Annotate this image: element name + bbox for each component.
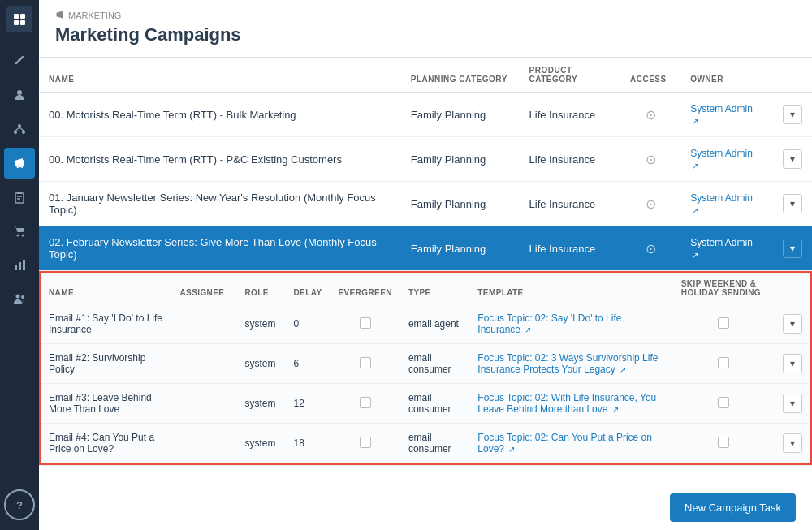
external-icon-2: ↗ bbox=[692, 162, 698, 170]
sub-col-role: ROLE bbox=[236, 273, 285, 304]
dropdown-btn-3[interactable]: ▾ bbox=[783, 194, 802, 213]
access-icon-3: ⊙ bbox=[646, 197, 656, 211]
task-row-4[interactable]: Email #4: Can You Put a Price on Love? s… bbox=[41, 424, 810, 463]
dropdown-btn-4[interactable]: ▾ bbox=[783, 239, 802, 258]
product-4: Life Insurance bbox=[520, 226, 620, 271]
external-icon-3: ↗ bbox=[692, 206, 698, 215]
subtable-row: NAME ASSIGNEE ROLE DELAY EVERGREEN TYPE … bbox=[39, 271, 812, 466]
action-4: ▾ bbox=[773, 226, 812, 271]
evergreen-checkbox-3[interactable] bbox=[360, 397, 371, 408]
task-dropdown-4[interactable]: ▾ bbox=[783, 433, 802, 453]
page-footer: New Campaign Task bbox=[39, 485, 812, 530]
skip-checkbox-1[interactable] bbox=[718, 317, 729, 329]
task-template-1: Focus Topic: 02: Say 'I Do' to Life Insu… bbox=[469, 304, 672, 344]
owner-link-2[interactable]: System Admin ↗ bbox=[690, 148, 753, 171]
svg-point-6 bbox=[14, 131, 17, 134]
new-campaign-task-button[interactable]: New Campaign Task bbox=[670, 493, 796, 522]
col-product: PRODUCT CATEGORY bbox=[520, 58, 620, 93]
sidebar-item-edit[interactable] bbox=[4, 45, 35, 76]
sidebar-item-marketing[interactable] bbox=[4, 148, 35, 179]
skip-checkbox-4[interactable] bbox=[718, 437, 729, 448]
dropdown-btn-2[interactable]: ▾ bbox=[783, 149, 802, 169]
campaign-row-3[interactable]: 01. January Newsletter Series: New Year'… bbox=[39, 182, 812, 226]
owner-link-4[interactable]: System Admin ↗ bbox=[690, 237, 753, 261]
sidebar-item-chart[interactable] bbox=[4, 250, 35, 281]
task-dropdown-1[interactable]: ▾ bbox=[783, 314, 802, 334]
template-link-4[interactable]: Focus Topic: 02: Can You Put a Price on … bbox=[477, 432, 652, 455]
svg-rect-18 bbox=[19, 262, 21, 270]
evergreen-checkbox-2[interactable] bbox=[360, 357, 371, 368]
campaign-row-2[interactable]: 00. Motorists Real-Time Term (RTT) - P&C… bbox=[39, 137, 812, 182]
task-row-1[interactable]: Email #1: Say 'I Do' to Life Insurance s… bbox=[41, 304, 810, 344]
sub-col-template: TEMPLATE bbox=[469, 273, 672, 304]
tasks-subtable-container: NAME ASSIGNEE ROLE DELAY EVERGREEN TYPE … bbox=[39, 271, 812, 465]
template-link-2[interactable]: Focus Topic: 02: 3 Ways Survivorship Lif… bbox=[477, 352, 658, 375]
campaign-row-4[interactable]: 02. February Newsletter Series: Give Mor… bbox=[39, 226, 812, 271]
svg-rect-1 bbox=[20, 14, 25, 19]
task-name-2: Email #2: Survivorship Policy bbox=[41, 344, 171, 384]
task-role-1: system bbox=[236, 304, 285, 344]
external-icon-4: ↗ bbox=[692, 251, 698, 260]
owner-link-3[interactable]: System Admin ↗ bbox=[690, 192, 753, 216]
task-assignee-3 bbox=[171, 384, 236, 424]
task-template-3: Focus Topic: 02: With Life Insurance, Yo… bbox=[469, 384, 672, 424]
dropdown-btn-1[interactable]: ▾ bbox=[783, 105, 802, 124]
sidebar-logo[interactable] bbox=[6, 6, 32, 32]
svg-point-20 bbox=[16, 295, 20, 299]
campaign-row-1[interactable]: 00. Motorists Real-Time Term (RTT) - Bul… bbox=[39, 93, 812, 137]
planning-4: Family Planning bbox=[401, 226, 520, 271]
task-evergreen-3 bbox=[330, 384, 400, 424]
task-skip-4 bbox=[673, 424, 775, 463]
col-name: NAME bbox=[39, 58, 401, 93]
task-delay-2: 6 bbox=[285, 344, 330, 384]
svg-point-16 bbox=[22, 235, 24, 237]
planning-3: Family Planning bbox=[401, 182, 520, 226]
page-header: MARKETING Marketing Campaigns bbox=[39, 0, 812, 58]
task-delay-1: 0 bbox=[285, 304, 330, 344]
task-evergreen-1 bbox=[330, 304, 400, 344]
template-link-1[interactable]: Focus Topic: 02: Say 'I Do' to Life Insu… bbox=[477, 312, 621, 335]
svg-rect-3 bbox=[20, 20, 25, 25]
product-1: Life Insurance bbox=[520, 93, 620, 137]
access-icon-2: ⊙ bbox=[646, 153, 656, 166]
template-ext-1: ↗ bbox=[525, 325, 531, 334]
main-content: MARKETING Marketing Campaigns NAME PLANN… bbox=[39, 0, 812, 530]
task-type-2: email consumer bbox=[400, 344, 469, 384]
owner-1: System Admin ↗ bbox=[680, 93, 773, 137]
task-dropdown-3[interactable]: ▾ bbox=[783, 394, 802, 413]
task-name-3: Email #3: Leave Behind More Than Love bbox=[41, 384, 171, 424]
campaign-name-1: 00. Motorists Real-Time Term (RTT) - Bul… bbox=[39, 93, 401, 137]
task-dropdown-2[interactable]: ▾ bbox=[783, 354, 802, 373]
svg-rect-0 bbox=[14, 14, 19, 19]
owner-2: System Admin ↗ bbox=[680, 137, 773, 182]
svg-point-15 bbox=[17, 235, 19, 237]
evergreen-checkbox-4[interactable] bbox=[360, 437, 371, 448]
evergreen-checkbox-1[interactable] bbox=[360, 317, 371, 329]
template-link-3[interactable]: Focus Topic: 02: With Life Insurance, Yo… bbox=[477, 392, 656, 415]
sidebar-item-network[interactable] bbox=[4, 114, 35, 144]
access-icon-1: ⊙ bbox=[646, 108, 656, 122]
task-role-4: system bbox=[236, 424, 285, 463]
skip-checkbox-2[interactable] bbox=[718, 357, 729, 368]
sidebar-item-people[interactable] bbox=[4, 284, 35, 315]
template-ext-3: ↗ bbox=[612, 405, 619, 414]
svg-rect-11 bbox=[15, 193, 24, 203]
svg-rect-2 bbox=[14, 20, 19, 25]
task-skip-2 bbox=[673, 344, 775, 384]
skip-checkbox-3[interactable] bbox=[718, 397, 729, 408]
sidebar-item-cart[interactable] bbox=[4, 216, 35, 247]
template-ext-4: ↗ bbox=[508, 445, 515, 454]
sidebar-item-help[interactable]: ? bbox=[4, 489, 35, 520]
task-row-3[interactable]: Email #3: Leave Behind More Than Love sy… bbox=[41, 384, 810, 424]
breadcrumb: MARKETING bbox=[55, 10, 796, 21]
task-row-2[interactable]: Email #2: Survivorship Policy system 6 e… bbox=[41, 344, 810, 384]
task-name-1: Email #1: Say 'I Do' to Life Insurance bbox=[41, 304, 171, 344]
sidebar-item-clipboard[interactable] bbox=[4, 182, 35, 213]
task-type-4: email consumer bbox=[400, 424, 469, 463]
owner-4: System Admin ↗ bbox=[680, 226, 773, 271]
action-3: ▾ bbox=[773, 182, 812, 226]
task-action-1: ▾ bbox=[775, 304, 810, 344]
owner-link-1[interactable]: System Admin ↗ bbox=[690, 103, 753, 127]
task-template-2: Focus Topic: 02: 3 Ways Survivorship Lif… bbox=[469, 344, 672, 384]
sidebar-item-contacts[interactable] bbox=[4, 80, 35, 110]
